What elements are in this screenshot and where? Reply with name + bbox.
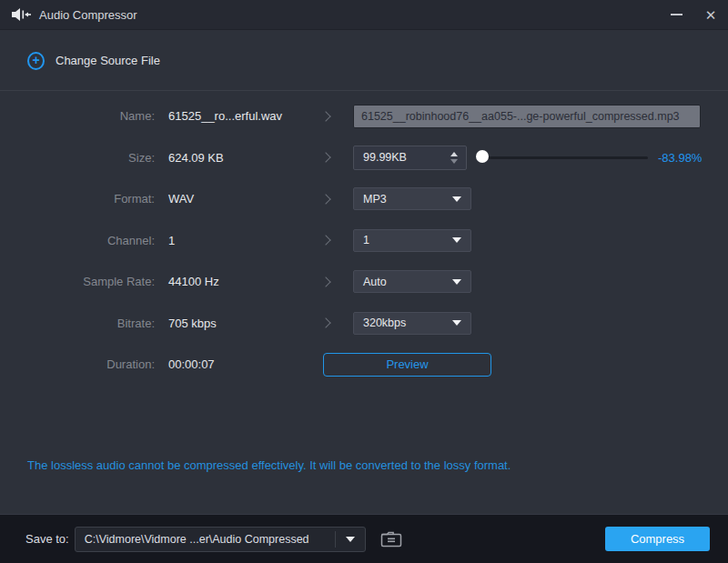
sample-rate-label: Sample Rate:	[0, 275, 155, 288]
change-source-file-label: Change Source File	[56, 54, 160, 67]
row-size: Size: 624.09 KB 99.99KB -83.98%	[0, 137, 728, 179]
size-slider-thumb[interactable]	[476, 150, 489, 163]
source-name-value: 61525__ro...erful.wav	[168, 109, 312, 123]
compression-ratio: -83.98%	[658, 151, 702, 165]
minimize-icon	[671, 14, 682, 15]
spinner-down-icon[interactable]	[450, 159, 458, 164]
source-bitrate-value: 705 kbps	[168, 317, 312, 330]
caret-down-icon	[452, 237, 461, 243]
compress-button[interactable]: Compress	[605, 527, 710, 551]
save-path-combobox[interactable]: C:\Vidmore\Vidmore ...er\Audio Compresse…	[75, 527, 366, 552]
minimize-button[interactable]	[659, 0, 693, 29]
source-sample-rate-value: 44100 Hz	[168, 275, 312, 288]
sample-rate-selected: Auto	[363, 276, 387, 288]
size-label: Size:	[0, 151, 155, 165]
audio-compressor-window: Audio Compressor ✕ + Change Source File …	[0, 0, 728, 563]
chevron-right-icon	[320, 276, 330, 287]
chevron-right-icon	[320, 153, 330, 163]
channel-dropdown[interactable]: 1	[353, 229, 471, 252]
save-path-value: C:\Vidmore\Vidmore ...er\Audio Compresse…	[76, 533, 335, 546]
caret-down-icon	[452, 279, 461, 285]
browse-folder-button[interactable]	[379, 530, 403, 548]
titlebar: Audio Compressor ✕	[0, 0, 728, 30]
source-channel-value: 1	[168, 234, 312, 247]
duration-label: Duration:	[0, 357, 155, 371]
folder-icon	[379, 530, 403, 548]
channel-label: Channel:	[0, 234, 155, 247]
lossless-notice-text: The lossless audio cannot be compressed …	[27, 458, 511, 472]
format-selected: MP3	[363, 193, 387, 206]
channel-selected: 1	[363, 234, 369, 246]
name-label: Name:	[0, 109, 155, 123]
source-duration-value: 00:00:07	[168, 357, 312, 371]
source-size-value: 624.09 KB	[168, 151, 312, 165]
row-channel: Channel: 1 1	[0, 220, 728, 262]
footer-bar: Save to: C:\Vidmore\Vidmore ...er\Audio …	[0, 514, 728, 563]
window-controls: ✕	[659, 0, 728, 29]
plus-circle-icon: +	[27, 52, 45, 70]
format-dropdown[interactable]: MP3	[353, 187, 471, 210]
chevron-right-icon	[320, 236, 330, 246]
bitrate-selected: 320kbps	[363, 317, 406, 329]
source-format-value: WAV	[168, 192, 312, 206]
row-bitrate: Bitrate: 705 kbps 320kbps	[0, 303, 728, 345]
chevron-right-icon	[320, 111, 330, 121]
sample-rate-dropdown[interactable]: Auto	[353, 270, 471, 293]
spinner-up-icon[interactable]	[450, 152, 458, 156]
close-button[interactable]: ✕	[693, 0, 728, 29]
format-label: Format:	[0, 192, 155, 206]
size-slider[interactable]	[482, 156, 648, 159]
caret-down-icon	[452, 196, 461, 202]
chevron-right-icon	[320, 194, 330, 204]
row-sample-rate: Sample Rate: 44100 Hz Auto	[0, 261, 728, 303]
preview-button[interactable]: Preview	[323, 353, 491, 377]
target-size-value: 99.99KB	[354, 151, 450, 164]
bitrate-dropdown[interactable]: 320kbps	[353, 312, 471, 335]
target-size-spinner[interactable]: 99.99KB	[353, 146, 467, 170]
row-name: Name: 61525__ro...erful.wav	[0, 96, 728, 137]
row-duration: Duration: 00:00:07 Preview	[0, 344, 728, 386]
settings-form: Name: 61525__ro...erful.wav Size: 624.09…	[0, 91, 728, 386]
caret-down-icon	[346, 537, 355, 542]
save-path-dropdown-button[interactable]	[336, 537, 365, 542]
save-to-label: Save to:	[25, 532, 69, 546]
header-section: + Change Source File	[0, 31, 728, 91]
bitrate-label: Bitrate:	[0, 317, 155, 330]
speaker-compress-icon	[12, 7, 31, 22]
chevron-right-icon	[320, 318, 330, 328]
window-title: Audio Compressor	[39, 8, 137, 22]
change-source-file-button[interactable]: + Change Source File	[27, 52, 160, 70]
output-filename-input[interactable]	[353, 105, 701, 128]
caret-down-icon	[452, 320, 461, 326]
close-icon: ✕	[705, 8, 717, 22]
row-format: Format: WAV MP3	[0, 178, 728, 220]
